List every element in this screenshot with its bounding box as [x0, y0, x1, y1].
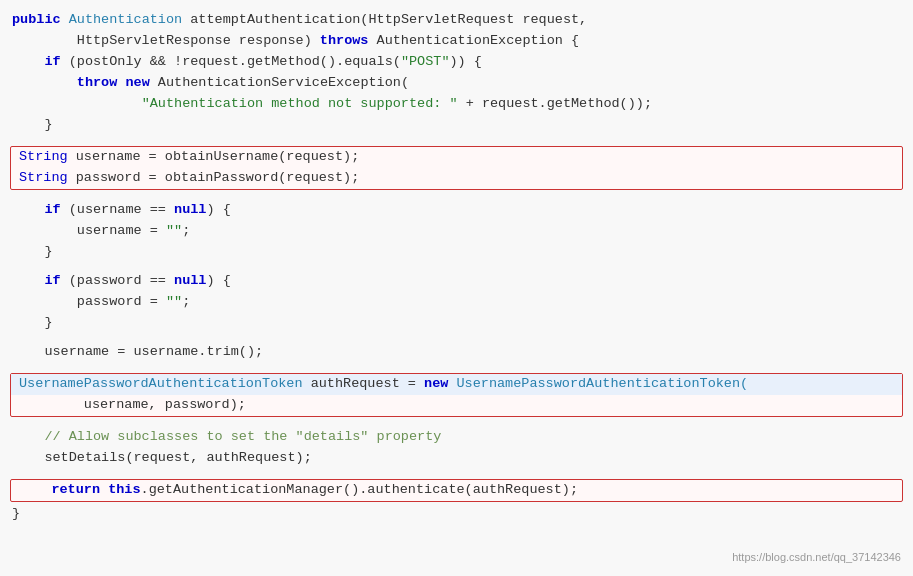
code-line: username = ""; — [0, 221, 913, 242]
code-line: if (username == null) { — [0, 200, 913, 221]
box-return: return this.getAuthenticationManager().a… — [10, 479, 903, 502]
code-line: } — [0, 115, 913, 136]
code-line: "Authentication method not supported: " … — [0, 94, 913, 115]
code-line: } — [0, 242, 913, 263]
spacer — [0, 334, 913, 342]
code-line: public Authentication attemptAuthenticat… — [0, 10, 913, 31]
code-line: password = ""; — [0, 292, 913, 313]
code-line: // Allow subclasses to set the "details"… — [0, 427, 913, 448]
spacer — [0, 263, 913, 271]
spacer — [0, 419, 913, 427]
code-line: } — [0, 313, 913, 334]
code-line: UsernamePasswordAuthenticationToken auth… — [11, 374, 902, 395]
code-line: String username = obtainUsername(request… — [11, 147, 902, 168]
code-line: setDetails(request, authRequest); — [0, 448, 913, 469]
code-line: username = username.trim(); — [0, 342, 913, 363]
code-line: String password = obtainPassword(request… — [11, 168, 902, 189]
spacer — [0, 469, 913, 477]
code-line: if (postOnly && !request.getMethod().equ… — [0, 52, 913, 73]
code-line: username, password); — [11, 395, 902, 416]
spacer — [0, 136, 913, 144]
code-line: if (password == null) { — [0, 271, 913, 292]
spacer — [0, 192, 913, 200]
code-line: HttpServletResponse response) throws Aut… — [0, 31, 913, 52]
code-line: throw new AuthenticationServiceException… — [0, 73, 913, 94]
code-line: return this.getAuthenticationManager().a… — [11, 480, 902, 501]
box-auth-token: UsernamePasswordAuthenticationToken auth… — [10, 373, 903, 417]
watermark: https://blog.csdn.net/qq_37142346 — [732, 549, 901, 566]
code-container: public Authentication attemptAuthenticat… — [0, 0, 913, 535]
box-obtain-credentials: String username = obtainUsername(request… — [10, 146, 903, 190]
spacer — [0, 363, 913, 371]
code-line: } — [0, 504, 913, 525]
